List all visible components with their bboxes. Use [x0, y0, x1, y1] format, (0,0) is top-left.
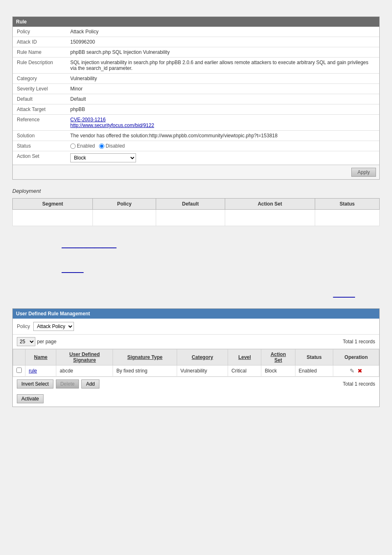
- udm-col-name[interactable]: Name: [25, 349, 56, 365]
- status-disabled-text: Disabled: [106, 143, 125, 149]
- udm-table: Name User DefinedSignature Signature Typ…: [13, 349, 379, 377]
- udm-row-name-link[interactable]: rule: [29, 368, 37, 374]
- udm-col-operation: Operation: [333, 349, 379, 365]
- invert-select-button[interactable]: Invert Select: [17, 379, 53, 388]
- deployment-body: [13, 210, 380, 226]
- udm-policy-label: Policy: [17, 324, 30, 329]
- udm-header-row: Name User DefinedSignature Signature Typ…: [13, 349, 379, 365]
- spacer-link-3[interactable]: ________: [333, 292, 355, 298]
- deployment-col-policy: Policy: [93, 199, 156, 210]
- rule-value-actionset: Block Allow Detect: [66, 151, 379, 165]
- rule-row-category: Category Vulnerability: [13, 74, 379, 84]
- status-disabled-label[interactable]: Disabled: [99, 143, 125, 149]
- rule-value-attackid: 150996200: [66, 37, 379, 47]
- udm-col-checkbox: [13, 349, 25, 365]
- udm-row-signature: abcde: [56, 365, 113, 377]
- spacer-area: ____________________ ________ ________: [12, 234, 380, 308]
- udm-col-signature[interactable]: User DefinedSignature: [56, 349, 113, 365]
- udm-total-records-bottom: Total 1 records: [343, 381, 375, 387]
- rule-table: Policy Attack Policy Attack ID 150996200…: [13, 27, 379, 165]
- table-row: rule abcde By fixed string Vulnerability…: [13, 365, 379, 377]
- deployment-header-row: Segment Policy Default Action Set Status: [13, 199, 380, 210]
- edit-icon[interactable]: ✎: [350, 368, 355, 374]
- reference-link2[interactable]: http://www.securityfocus.com/bid/9122: [70, 123, 154, 128]
- rule-row-severity: Severity Level Minor: [13, 84, 379, 94]
- udm-policy-select[interactable]: Attack Policy: [33, 322, 74, 331]
- udm-perpage-left: 25 50 per page: [17, 337, 56, 346]
- rule-label-actionset: Action Set: [13, 151, 66, 165]
- apply-button[interactable]: Apply: [351, 168, 376, 177]
- rule-section: Rule Policy Attack Policy Attack ID 1509…: [12, 16, 380, 180]
- udm-activate-row: Activate: [13, 391, 379, 407]
- udm-col-category[interactable]: Category: [177, 349, 228, 365]
- rule-row-actionset: Action Set Block Allow Detect: [13, 151, 379, 165]
- rule-value-default: Default: [66, 94, 379, 104]
- rule-label-default: Default: [13, 94, 66, 104]
- deployment-col-segment: Segment: [13, 199, 93, 210]
- udm-policy-row: Policy Attack Policy: [13, 319, 379, 335]
- delete-row-icon[interactable]: ✖: [357, 368, 362, 374]
- rule-value-reference: CVE-2003-1216 http://www.securityfocus.c…: [66, 115, 379, 131]
- rule-value-solution: The vendor has offered the solution:http…: [66, 131, 379, 141]
- udm-col-actionset[interactable]: ActionSet: [261, 349, 295, 365]
- rule-row-status: Status Enabled Disabled: [13, 141, 379, 151]
- rule-label-reference: Reference: [13, 115, 66, 131]
- rule-value-policy: Attack Policy: [66, 27, 379, 37]
- udm-bottom-left: Invert Select Delete Add: [17, 379, 99, 388]
- rule-row-description: Rule Description SQL injection vulnerabi…: [13, 58, 379, 74]
- udm-row-status: Enabled: [295, 365, 333, 377]
- rule-label-attackid: Attack ID: [13, 37, 66, 47]
- udm-section: User Defined Rule Management Policy Atta…: [12, 308, 380, 407]
- deployment-title: Deployment: [12, 188, 380, 194]
- udm-row-checkbox[interactable]: [16, 368, 22, 373]
- add-button[interactable]: Add: [81, 379, 99, 388]
- rule-label-target: Attack Target: [13, 104, 66, 115]
- deployment-col-default: Default: [156, 199, 225, 210]
- status-disabled-radio[interactable]: [99, 143, 104, 149]
- rule-label-rulename: Rule Name: [13, 47, 66, 58]
- rule-value-target: phpBB: [66, 104, 379, 115]
- rule-row-reference: Reference CVE-2003-1216 http://www.secur…: [13, 115, 379, 131]
- udm-perpage-select[interactable]: 25 50: [17, 337, 35, 346]
- rule-label-severity: Severity Level: [13, 84, 66, 94]
- udm-row-operation: ✎ ✖: [333, 365, 379, 377]
- udm-header: User Defined Rule Management: [13, 309, 379, 319]
- rule-label-solution: Solution: [13, 131, 66, 141]
- spacer-link-2[interactable]: ________: [62, 267, 83, 273]
- rule-row-default: Default Default: [13, 94, 379, 104]
- rule-row-target: Attack Target phpBB: [13, 104, 379, 115]
- rule-row-policy: Policy Attack Policy: [13, 27, 379, 37]
- rule-value-description: SQL injection vulnerability in search.ph…: [66, 58, 379, 74]
- rule-value-category: Vulnerability: [66, 74, 379, 84]
- status-enabled-radio[interactable]: [70, 143, 76, 149]
- deployment-col-status: Status: [315, 199, 379, 210]
- status-enabled-label[interactable]: Enabled: [70, 143, 95, 149]
- udm-row-category: Vulnerability: [177, 365, 228, 377]
- activate-button[interactable]: Activate: [17, 394, 44, 403]
- rule-row-solution: Solution The vendor has offered the solu…: [13, 131, 379, 141]
- udm-row-level: Critical: [228, 365, 261, 377]
- delete-button[interactable]: Delete: [56, 379, 79, 388]
- udm-row-actionset: Block: [261, 365, 295, 377]
- rule-value-severity: Minor: [66, 84, 379, 94]
- deployment-col-actionset: Action Set: [225, 199, 315, 210]
- udm-perpage-row: 25 50 per page Total 1 records: [13, 335, 379, 349]
- reference-link1[interactable]: CVE-2003-1216: [70, 117, 106, 123]
- udm-col-level[interactable]: Level: [228, 349, 261, 365]
- deployment-empty-row: [13, 210, 380, 226]
- rule-value-status: Enabled Disabled: [66, 141, 379, 151]
- udm-col-status: Status: [295, 349, 333, 365]
- udm-total-records-top: Total 1 records: [343, 339, 375, 345]
- action-set-select[interactable]: Block Allow Detect: [70, 153, 136, 162]
- udm-perpage-label: per page: [37, 339, 56, 345]
- status-enabled-text: Enabled: [77, 143, 95, 149]
- udm-row-name: rule: [25, 365, 56, 377]
- rule-row-attackid: Attack ID 150996200: [13, 37, 379, 47]
- rule-row-rulename: Rule Name phpBB search.php SQL Injection…: [13, 47, 379, 58]
- udm-tbody: rule abcde By fixed string Vulnerability…: [13, 365, 379, 377]
- spacer-link-1[interactable]: ____________________: [62, 243, 116, 248]
- rule-value-rulename: phpBB search.php SQL Injection Vulnerabi…: [66, 47, 379, 58]
- rule-label-policy: Policy: [13, 27, 66, 37]
- deployment-section: Deployment Segment Policy Default Action…: [12, 188, 380, 226]
- udm-col-sigtype[interactable]: Signature Type: [113, 349, 177, 365]
